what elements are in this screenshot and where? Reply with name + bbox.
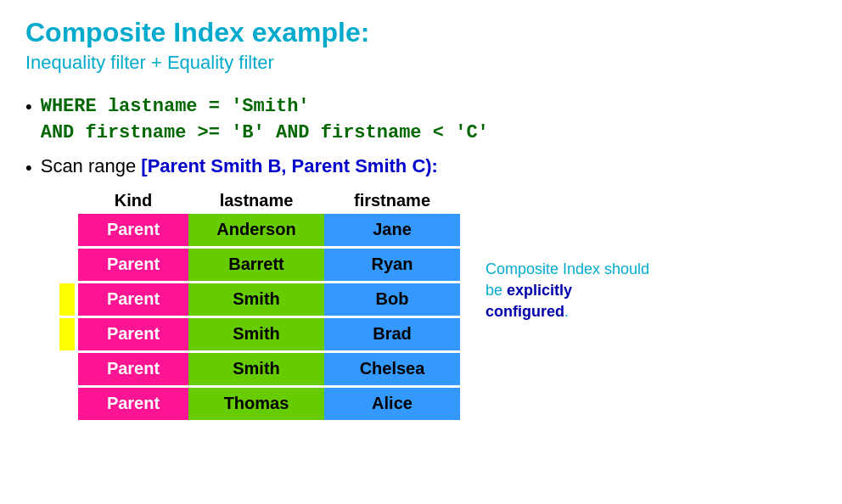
cell-firstname: Brad: [324, 318, 460, 350]
table-row: ParentAndersonJane: [59, 214, 460, 246]
side-note: Composite Index should be explicitly con…: [486, 259, 655, 323]
cell-lastname: Anderson: [188, 214, 324, 246]
cell-lastname: Thomas: [188, 388, 324, 420]
code-line1: WHERE lastname = 'Smith': [41, 94, 489, 120]
cell-kind: Parent: [78, 388, 188, 420]
cell-firstname: Jane: [324, 214, 460, 246]
highlight-marker: [59, 283, 75, 316]
page-subtitle: Inequality filter + Equality filter: [25, 52, 817, 74]
page-title: Composite Index example:: [25, 17, 817, 48]
bullet-dot-2: •: [25, 157, 32, 179]
cell-firstname: Alice: [324, 388, 460, 420]
col-header-kind: Kind: [78, 191, 188, 210]
cell-lastname: Smith: [188, 353, 324, 385]
table-row: ParentThomasAlice: [59, 388, 460, 420]
cell-kind: Parent: [78, 249, 188, 281]
cell-kind: Parent: [78, 214, 188, 246]
bullet-dot-1: •: [25, 96, 32, 118]
table-section: Kind lastname firstname ParentAndersonJa…: [59, 191, 817, 423]
table-row: ParentSmithChelsea: [59, 353, 460, 385]
table-row: ParentSmithBob: [59, 283, 460, 316]
scan-range-value: [Parent Smith B, Parent Smith C):: [141, 155, 438, 176]
cell-firstname: Bob: [324, 283, 460, 316]
code-line2: AND firstname >= 'B' AND firstname < 'C': [41, 120, 489, 147]
table-row: ParentBarrettRyan: [59, 249, 460, 281]
table-row: ParentSmithBrad: [59, 318, 460, 350]
cell-kind: Parent: [78, 353, 188, 385]
index-table: Kind lastname firstname ParentAndersonJa…: [59, 191, 460, 423]
cell-kind: Parent: [78, 283, 188, 316]
col-header-firstname: firstname: [324, 191, 460, 210]
scan-range-text: Scan range [Parent Smith B, Parent Smith…: [41, 155, 438, 177]
col-header-lastname: lastname: [188, 191, 324, 210]
cell-firstname: Ryan: [324, 249, 460, 281]
cell-lastname: Smith: [188, 283, 324, 316]
cell-kind: Parent: [78, 318, 188, 350]
table-header-row: Kind lastname firstname: [59, 191, 460, 210]
highlight-marker: [59, 318, 75, 350]
cell-firstname: Chelsea: [324, 353, 460, 385]
cell-lastname: Barrett: [188, 249, 324, 281]
cell-lastname: Smith: [188, 318, 324, 350]
code-filter: WHERE lastname = 'Smith' AND firstname >…: [41, 94, 489, 147]
